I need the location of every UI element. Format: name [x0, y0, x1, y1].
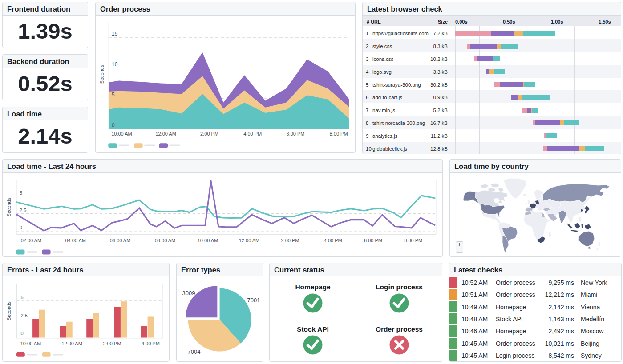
svg-text:Login process: Login process [376, 283, 423, 291]
svg-text:10:00 AM: 10:00 AM [20, 341, 41, 346]
svg-text:2:00 PM: 2:00 PM [281, 238, 299, 243]
svg-text:10:00 AM: 10:00 AM [198, 238, 218, 243]
svg-text:2:00 PM: 2:00 PM [200, 131, 218, 136]
svg-text:4:00 PM: 4:00 PM [243, 131, 262, 136]
svg-text:2.5: 2.5 [20, 208, 26, 213]
svg-text:6:00 PM: 6:00 PM [287, 131, 305, 136]
svg-text:3009: 3009 [182, 290, 195, 296]
svg-text:12:00 AM: 12:00 AM [155, 131, 176, 136]
svg-text:Seconds: Seconds [99, 64, 105, 84]
svg-text:6:00 PM: 6:00 PM [364, 238, 382, 243]
svg-text:8:00 PM: 8:00 PM [404, 238, 422, 243]
svg-text:5: 5 [21, 295, 24, 300]
svg-text:0: 0 [21, 331, 24, 336]
svg-text:08:00 AM: 08:00 AM [155, 238, 175, 243]
svg-text:Seconds: Seconds [6, 197, 12, 216]
svg-text:04:00 AM: 04:00 AM [65, 238, 85, 243]
svg-text:7004: 7004 [188, 348, 201, 355]
svg-text:10: 10 [112, 61, 118, 68]
svg-text:5: 5 [112, 92, 115, 98]
svg-text:12:00 AM: 12:00 AM [239, 238, 259, 243]
svg-text:2:00 PM: 2:00 PM [103, 341, 121, 346]
svg-text:06:00 AM: 06:00 AM [110, 238, 130, 243]
svg-text:4:00 PM: 4:00 PM [142, 341, 160, 346]
svg-text:5: 5 [20, 190, 22, 196]
svg-text:2.5: 2.5 [21, 313, 28, 318]
svg-text:Seconds: Seconds [7, 301, 12, 320]
svg-text:15: 15 [112, 31, 118, 37]
svg-text:4:00 PM: 4:00 PM [324, 238, 342, 243]
svg-text:0: 0 [20, 225, 22, 230]
svg-text:10:00 AM: 10:00 AM [111, 131, 132, 136]
svg-text:Order process: Order process [376, 325, 423, 333]
svg-text:0: 0 [112, 122, 115, 128]
svg-text:7001: 7001 [247, 297, 260, 304]
svg-text:8:00 PM: 8:00 PM [330, 131, 348, 136]
svg-text:02:00 AM: 02:00 AM [21, 238, 41, 243]
svg-text:Homepage: Homepage [295, 283, 331, 291]
svg-text:12:00 AM: 12:00 AM [61, 341, 82, 346]
svg-text:Stock API: Stock API [297, 325, 329, 333]
